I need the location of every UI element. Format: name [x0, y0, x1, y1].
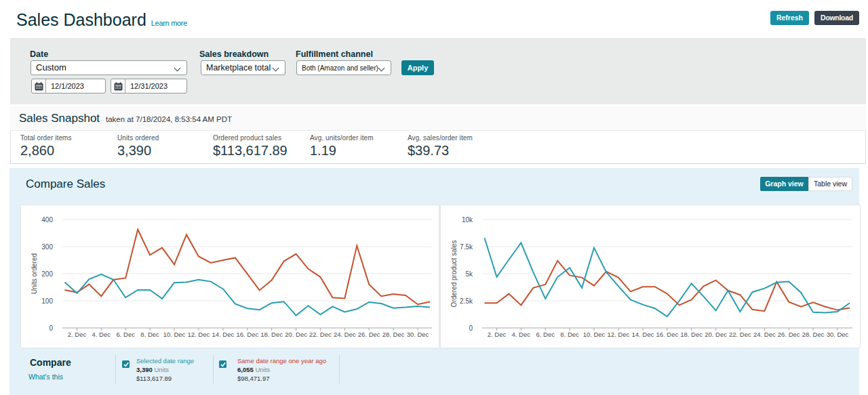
svg-text:20. Dec: 20. Dec — [285, 331, 307, 338]
svg-text:5k: 5k — [465, 270, 473, 278]
svg-text:26. Dec: 26. Dec — [778, 331, 800, 338]
svg-text:8. Dec: 8. Dec — [140, 331, 159, 338]
svg-text:Units ordered: Units ordered — [31, 253, 38, 294]
svg-text:200: 200 — [41, 270, 53, 278]
svg-text:2.5k: 2.5k — [460, 297, 473, 305]
svg-text:0: 0 — [469, 325, 473, 332]
svg-text:14. Dec: 14. Dec — [632, 331, 654, 338]
svg-text:22. Dec: 22. Dec — [309, 331, 332, 338]
svg-text:0: 0 — [49, 325, 53, 332]
svg-text:6. Dec: 6. Dec — [116, 331, 135, 338]
svg-text:Ordered product sales: Ordered product sales — [450, 241, 458, 308]
svg-text:12. Dec: 12. Dec — [608, 331, 630, 338]
svg-text:7.5k: 7.5k — [460, 243, 473, 251]
svg-text:28. Dec: 28. Dec — [382, 331, 405, 338]
svg-text:8. Dec: 8. Dec — [560, 331, 579, 338]
svg-text:2. Dec: 2. Dec — [488, 331, 507, 338]
svg-text:400: 400 — [41, 216, 53, 224]
svg-text:16. Dec: 16. Dec — [236, 331, 258, 338]
svg-text:18. Dec: 18. Dec — [260, 331, 283, 338]
svg-text:14. Dec: 14. Dec — [212, 331, 235, 338]
svg-text:4. Dec: 4. Dec — [512, 331, 531, 338]
svg-text:30. Dec: 30. Dec — [407, 331, 429, 338]
svg-text:12. Dec: 12. Dec — [188, 331, 210, 338]
svg-text:28. Dec: 28. Dec — [802, 331, 825, 338]
svg-text:22. Dec: 22. Dec — [729, 331, 751, 338]
svg-text:10. Dec: 10. Dec — [583, 331, 606, 338]
svg-text:26. Dec: 26. Dec — [358, 331, 380, 338]
svg-text:10k: 10k — [462, 216, 473, 224]
svg-text:24. Dec: 24. Dec — [334, 331, 356, 338]
svg-text:10. Dec: 10. Dec — [163, 331, 186, 338]
svg-text:4. Dec: 4. Dec — [92, 331, 111, 338]
svg-text:100: 100 — [41, 297, 53, 305]
svg-text:2. Dec: 2. Dec — [68, 331, 87, 338]
svg-text:18. Dec: 18. Dec — [680, 331, 703, 338]
svg-text:300: 300 — [41, 243, 53, 251]
svg-text:6. Dec: 6. Dec — [536, 331, 555, 338]
svg-text:24. Dec: 24. Dec — [753, 331, 776, 338]
svg-text:16. Dec: 16. Dec — [656, 331, 678, 338]
svg-text:30. Dec: 30. Dec — [827, 331, 849, 338]
svg-text:20. Dec: 20. Dec — [705, 331, 727, 338]
